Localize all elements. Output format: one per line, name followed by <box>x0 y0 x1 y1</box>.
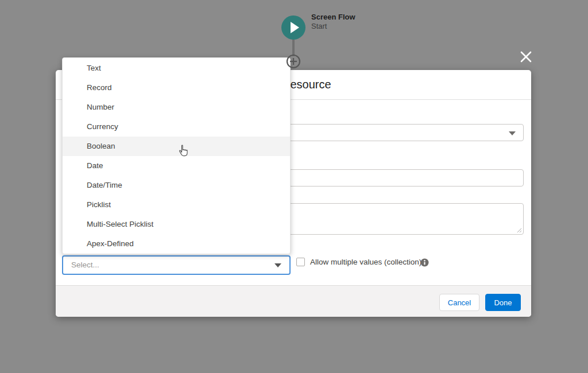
plus-icon[interactable] <box>285 53 301 69</box>
start-node[interactable]: Screen Flow Start <box>281 15 305 40</box>
close-icon[interactable] <box>519 49 533 64</box>
modal-footer: Cancel Done <box>56 285 531 317</box>
cancel-button[interactable]: Cancel <box>439 294 479 311</box>
flow-builder-dimmed-canvas: Screen Flow Start New Resource Select... <box>0 0 588 373</box>
info-icon[interactable] <box>420 258 429 267</box>
dropdown-option-record[interactable]: Record <box>63 78 290 98</box>
dropdown-option-picklist[interactable]: Picklist <box>63 195 290 215</box>
dropdown-option-number[interactable]: Number <box>63 98 290 117</box>
dropdown-option-multi-select-picklist[interactable]: Multi-Select Picklist <box>63 215 290 234</box>
dropdown-option-text[interactable]: Text <box>63 59 290 78</box>
start-node-circle[interactable] <box>281 15 305 40</box>
dropdown-option-currency[interactable]: Currency <box>63 117 290 137</box>
dropdown-option-apex-defined[interactable]: Apex-Defined <box>63 234 290 254</box>
start-node-labels: Screen Flow Start <box>311 13 355 31</box>
collection-checkbox-label: Allow multiple values (collection) <box>310 258 421 267</box>
dropdown-option-date-time[interactable]: Date/Time <box>63 176 290 195</box>
start-node-title: Screen Flow <box>311 13 355 22</box>
dropdown-option-boolean[interactable]: Boolean <box>63 137 290 156</box>
data-type-select-placeholder: Select... <box>71 257 99 274</box>
play-icon <box>291 22 299 33</box>
resize-handle-icon[interactable] <box>516 227 522 233</box>
dropdown-option-date[interactable]: Date <box>63 156 290 176</box>
start-node-subtitle: Start <box>311 22 355 31</box>
chevron-down-icon <box>274 263 281 267</box>
hand-cursor-icon <box>179 145 188 157</box>
data-type-dropdown-list: TextRecordNumberCurrencyBooleanDateDate/… <box>62 57 291 254</box>
collection-checkbox[interactable] <box>296 258 305 266</box>
done-button[interactable]: Done <box>485 294 521 311</box>
data-type-select[interactable]: Select... <box>62 255 291 275</box>
chevron-down-icon <box>509 131 516 135</box>
